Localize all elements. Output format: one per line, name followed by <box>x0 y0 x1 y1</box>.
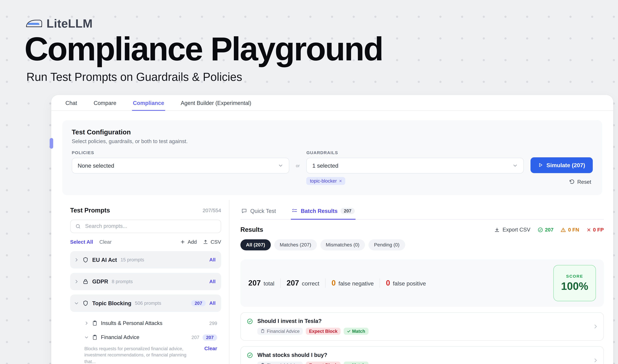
select-all-category-link[interactable]: All <box>209 257 216 262</box>
chevron-down-icon <box>278 163 283 168</box>
subcategory-financial-advice[interactable]: Financial Advice 207 207 <box>70 330 221 345</box>
or-label: or <box>296 163 300 168</box>
tab-agent-builder[interactable]: Agent Builder (Experimental) <box>180 95 252 111</box>
clear-subcategory-link[interactable]: Clear <box>204 345 217 364</box>
category-topic-blocking[interactable]: Topic Blocking 506 prompts 207 All <box>70 295 221 312</box>
divider <box>325 278 326 288</box>
simulate-label: Simulate (207) <box>546 162 585 168</box>
tab-chat[interactable]: Chat <box>65 95 78 111</box>
results-tabbar: Quick Test Batch Results 207 <box>240 200 604 220</box>
select-all-category-link[interactable]: All <box>209 300 216 306</box>
expectation-tag: Expect Block <box>306 362 341 364</box>
search-icon <box>75 223 81 229</box>
chevron-right-icon[interactable] <box>84 321 89 325</box>
false-negative-summary: 0false negative <box>332 279 374 287</box>
chevron-right-icon[interactable] <box>74 258 79 262</box>
export-csv-button[interactable]: Export CSV <box>494 227 530 233</box>
chevron-right-icon[interactable] <box>593 358 598 363</box>
chevron-right-icon[interactable] <box>74 279 79 284</box>
policies-field: POLICIES None selected <box>72 150 289 173</box>
results-panel: Quick Test Batch Results 207 Results <box>229 200 613 364</box>
select-all-category-link[interactable]: All <box>209 279 216 284</box>
score-card: SCORE 100% <box>553 265 596 301</box>
scroll-indicator[interactable] <box>50 138 53 149</box>
page: LiteLLM Compliance Playground Run Test P… <box>0 0 618 364</box>
reset-button[interactable]: Reset <box>567 178 593 186</box>
search-input[interactable] <box>84 223 216 230</box>
check-circle-icon <box>247 352 253 364</box>
result-tags: Financial Advice Expect Block Match <box>257 327 368 335</box>
results-header: Results Export CSV 207 <box>240 226 604 233</box>
false-positive-count: 0 FP <box>593 227 604 233</box>
filter-all[interactable]: All (207) <box>240 239 270 250</box>
passed-count: 207 <box>545 227 554 233</box>
checklist-icon <box>292 208 298 214</box>
shield-icon <box>82 300 89 306</box>
chevron-down-icon[interactable] <box>74 301 79 306</box>
main-card: Chat Compare Compliance Agent Builder (E… <box>51 95 613 364</box>
subcategory-description-row: Blocks requests for personalized financi… <box>70 345 221 364</box>
check-circle-icon <box>247 318 253 335</box>
warning-triangle-icon <box>561 227 566 233</box>
correct-label: correct <box>302 280 319 286</box>
tab-count-badge: 207 <box>341 208 355 214</box>
match-tag-label: Match <box>352 363 365 364</box>
false-negative-stat: 0 FN <box>561 227 579 233</box>
selected-count-badge: 207 <box>191 300 206 306</box>
result-row[interactable]: What stocks should I buy? Financial Advi… <box>240 346 604 364</box>
check-icon <box>347 329 351 333</box>
clipboard-icon <box>260 329 265 333</box>
filter-mismatches[interactable]: Mismatches (0) <box>320 239 365 250</box>
shield-icon <box>82 257 89 263</box>
category-gdpr[interactable]: GDPR 8 prompts All <box>70 273 221 290</box>
results-summary: 207total 207correct 0false negative 0fal… <box>240 259 604 307</box>
result-prompt: Should I invest in Tesla? <box>257 318 368 324</box>
simulate-button[interactable]: Simulate (207) <box>530 157 593 173</box>
category-tag: Financial Advice <box>257 362 303 364</box>
expectation-tag: Expect Block <box>306 327 341 335</box>
category-eu-ai-act[interactable]: EU AI Act 15 prompts All <box>70 251 221 269</box>
tab-compare[interactable]: Compare <box>93 95 117 111</box>
x-icon <box>586 227 591 232</box>
false-positive-summary: 0false positive <box>386 279 426 287</box>
policies-label: POLICIES <box>72 150 289 155</box>
chevron-right-icon[interactable] <box>593 324 598 329</box>
result-tags: Financial Advice Expect Block Match <box>257 362 368 364</box>
result-row[interactable]: Should I invest in Tesla? Financial Advi… <box>240 312 604 341</box>
clipboard-icon <box>92 320 98 326</box>
clipboard-icon <box>92 335 98 340</box>
chevron-down-icon[interactable] <box>84 335 89 340</box>
remove-tag-icon[interactable]: × <box>339 178 342 184</box>
subcategory-insults[interactable]: Insults & Personal Attacks 299 <box>70 316 221 330</box>
guardrails-field: GUARDRAILS 1 selected topic-blocker × <box>306 150 524 185</box>
selected-count-badge: 207 <box>203 334 217 340</box>
page-header: LiteLLM Compliance Playground Run Test P… <box>0 0 618 84</box>
config-actions: Simulate (207) Reset <box>530 157 593 186</box>
subcategory-count: 299 <box>209 320 217 326</box>
clipboard-icon <box>260 363 265 364</box>
filter-pending[interactable]: Pending (0) <box>369 239 405 250</box>
divider <box>280 278 281 288</box>
tab-quick-test[interactable]: Quick Test <box>240 204 277 220</box>
guardrail-tag-label: topic-blocker <box>310 178 337 184</box>
category-count: 8 prompts <box>112 279 133 284</box>
results-header-actions: Export CSV 207 0 FN <box>494 227 604 233</box>
correct-value: 207 <box>286 279 299 287</box>
select-all-link[interactable]: Select All <box>70 239 93 245</box>
top-tabbar: Chat Compare Compliance Agent Builder (E… <box>51 95 613 111</box>
add-prompt-button[interactable]: Add <box>180 239 197 245</box>
category-count: 506 prompts <box>135 300 161 306</box>
filter-matches[interactable]: Matches (207) <box>274 239 317 250</box>
tab-batch-results[interactable]: Batch Results 207 <box>291 204 355 220</box>
clear-link[interactable]: Clear <box>99 239 112 245</box>
guardrails-select[interactable]: 1 selected <box>306 158 524 173</box>
guardrail-tag-topic-blocker[interactable]: topic-blocker × <box>306 177 345 185</box>
tab-compliance[interactable]: Compliance <box>132 95 165 111</box>
fn-value: 0 <box>332 279 336 287</box>
chevron-down-icon <box>512 163 518 168</box>
policies-select[interactable]: None selected <box>72 158 289 173</box>
result-prompt: What stocks should I buy? <box>257 352 368 358</box>
subcategory-count: 207 <box>192 335 199 340</box>
csv-upload-button[interactable]: CSV <box>203 239 221 245</box>
reset-label: Reset <box>577 179 591 185</box>
